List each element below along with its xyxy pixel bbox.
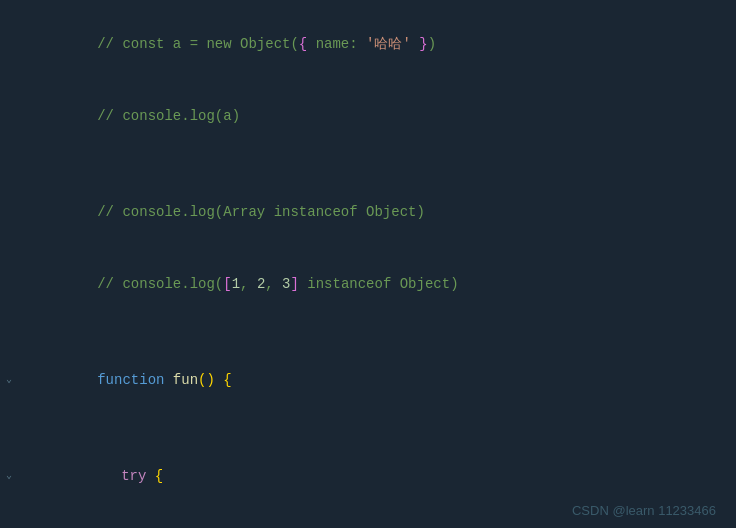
line-content: // const a = new Object({ name: '哈哈' }) (22, 8, 736, 80)
line-content: // console.log(Array instanceof Object) (22, 176, 736, 248)
line-content: function fun() { (22, 344, 736, 416)
watermark: CSDN @learn 11233466 (572, 503, 716, 518)
code-editor: // const a = new Object({ name: '哈哈' }) … (0, 0, 736, 528)
line-content: // console.log([1, 2, 3] instanceof Obje… (22, 248, 736, 320)
line-content: try { (22, 440, 736, 512)
fold-indicator[interactable]: ⌄ (0, 368, 18, 392)
code-line: ⌄ try { (0, 440, 736, 512)
code-line: // console.log([1, 2, 3] instanceof Obje… (0, 248, 736, 320)
line-content (22, 320, 736, 344)
code-line: ⌄ function fun() { (0, 344, 736, 416)
line-content (22, 152, 736, 176)
line-content (22, 416, 736, 440)
code-line (0, 416, 736, 440)
code-line: // const a = new Object({ name: '哈哈' }) (0, 8, 736, 80)
line-content: // console.log(a) (22, 80, 736, 152)
code-content: // const a = new Object({ name: '哈哈' }) … (0, 0, 736, 528)
code-line (0, 320, 736, 344)
code-line: // console.log(a) (0, 80, 736, 152)
fold-indicator[interactable]: ⌄ (0, 464, 18, 488)
code-line: // console.log(Array instanceof Object) (0, 176, 736, 248)
code-line (0, 152, 736, 176)
